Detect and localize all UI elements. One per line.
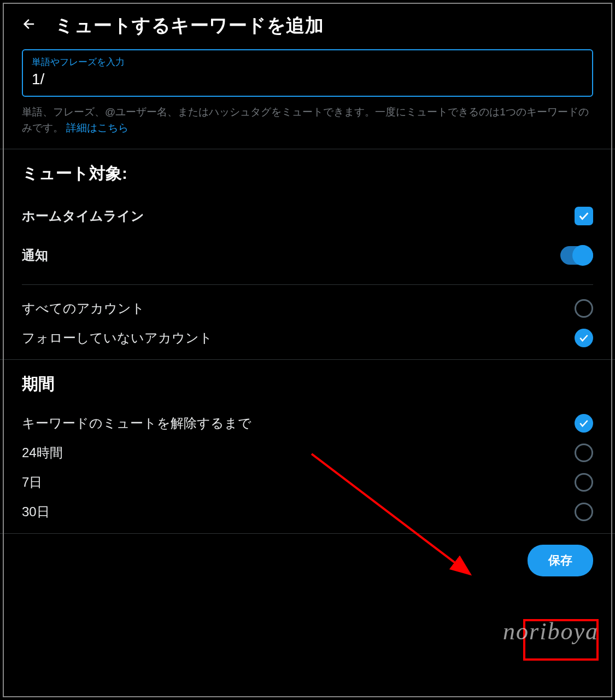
- keyword-input[interactable]: [32, 71, 583, 88]
- watermark: noriboya: [503, 617, 599, 645]
- option-24h: 24時間: [22, 439, 593, 469]
- keyword-input-wrap[interactable]: 単語やフレーズを入力: [22, 49, 593, 97]
- highlight-annotation: [523, 619, 599, 661]
- checkbox-home-timeline[interactable]: [575, 207, 593, 225]
- option-home-timeline: ホームタイムライン: [22, 202, 593, 242]
- option-label-30d: 30日: [22, 503, 50, 521]
- radio-all-accounts[interactable]: [575, 299, 593, 318]
- option-until-unmute: キーワードのミュートを解除するまで: [22, 410, 593, 439]
- save-button[interactable]: 保存: [528, 545, 593, 576]
- option-label-home-timeline: ホームタイムライン: [22, 207, 144, 225]
- help-text: 単語、フレーズ、@ユーザー名、またはハッシュタグをミュートできます。一度にミュー…: [22, 104, 593, 136]
- option-30d: 30日: [22, 498, 593, 528]
- footer: 保存: [0, 533, 615, 587]
- page-title: ミュートするキーワードを追加: [55, 13, 324, 38]
- duration-section: 期間 キーワードのミュートを解除するまで 24時間 7日 30日: [0, 360, 615, 533]
- option-notifications: 通知: [22, 242, 593, 281]
- sub-divider: [22, 284, 593, 285]
- radio-24h[interactable]: [575, 444, 593, 462]
- keyword-input-label: 単語やフレーズを入力: [32, 56, 583, 68]
- option-label-24h: 24時間: [22, 444, 63, 462]
- option-label-7d: 7日: [22, 474, 42, 491]
- duration-title: 期間: [22, 373, 593, 395]
- radio-7d[interactable]: [575, 473, 593, 492]
- radio-until-unmute[interactable]: [575, 414, 593, 433]
- back-arrow-icon[interactable]: [22, 16, 37, 36]
- option-label-until-unmute: キーワードのミュートを解除するまで: [22, 415, 251, 432]
- toggle-notifications[interactable]: [560, 246, 593, 265]
- mute-target-title: ミュート対象:: [22, 162, 593, 185]
- toggle-knob-icon: [572, 245, 593, 266]
- option-label-all-accounts: すべてのアカウント: [22, 300, 145, 317]
- radio-not-following[interactable]: [575, 329, 593, 347]
- option-7d: 7日: [22, 469, 593, 498]
- radio-30d[interactable]: [575, 503, 593, 521]
- option-all-accounts: すべてのアカウント: [22, 295, 593, 324]
- keyword-input-section: 単語やフレーズを入力 単語、フレーズ、@ユーザー名、またはハッシュタグをミュート…: [0, 49, 615, 149]
- option-label-notifications: 通知: [22, 247, 48, 264]
- header: ミュートするキーワードを追加: [0, 0, 615, 49]
- mute-target-section: ミュート対象: ホームタイムライン 通知 すべてのアカウント フォローしていない…: [0, 149, 615, 359]
- help-link[interactable]: 詳細はこちら: [66, 122, 128, 133]
- option-label-not-following: フォローしていないアカウント: [22, 329, 213, 347]
- option-not-following: フォローしていないアカウント: [22, 324, 593, 354]
